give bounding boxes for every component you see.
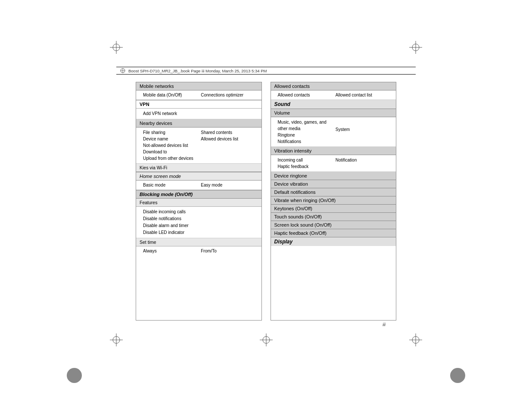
vibrate-ringing-header: Vibrate when ringing (On/Off) <box>271 196 396 205</box>
easy-mode: Easy mode <box>201 182 254 188</box>
ringtone: Ringtone <box>278 132 331 138</box>
corner-mark-tl <box>110 41 123 54</box>
vibration-col1: Incoming call Haptic feedback <box>278 157 331 170</box>
volume-header: Volume <box>271 109 396 117</box>
device-vibration-header: Device vibration <box>271 180 396 188</box>
nearby-col2: Shared contents Allowed devices list <box>201 129 254 162</box>
device-name: Device name <box>143 136 196 142</box>
basic-mode: Basic mode <box>143 182 196 188</box>
notification-item: Notification <box>336 157 389 163</box>
corner-mark-bc <box>260 333 273 346</box>
sound-header: Sound <box>271 100 396 109</box>
disable-alarm: Disable alarm and timer <box>143 222 255 229</box>
music-video: Music, video, games, and other media <box>278 119 331 132</box>
corner-mark-bl <box>110 333 123 346</box>
header-bar: Boost SPH-D710_MR2_JB_.book Page iii Mon… <box>116 67 416 75</box>
allowed-devices-list: Allowed devices list <box>201 136 254 142</box>
from-to-item: From/To <box>201 248 254 254</box>
disable-led: Disable LED indicator <box>143 229 255 236</box>
header-icon <box>120 68 126 74</box>
add-vpn-item: Add VPN network <box>136 109 261 119</box>
disable-incoming: Disable incoming calls <box>143 209 255 215</box>
disable-notifications: Disable notifications <box>143 215 255 222</box>
volume-items: Music, video, games, and other media Rin… <box>271 117 396 147</box>
device-ringtone-header: Device ringtone <box>271 172 396 180</box>
screen-lock-sound-header: Screen lock sound (On/Off) <box>271 221 396 229</box>
main-content: Mobile networks Mobile data (On/Off) Con… <box>136 82 396 321</box>
nearby-col1: File sharing Device name Not-allowed dev… <box>143 129 196 162</box>
incoming-call: Incoming call <box>278 157 331 163</box>
corner-mark-tr <box>409 41 422 54</box>
allowed-contacts-items: Allowed contacts Allowed contact list <box>271 90 396 100</box>
download-to: Download to <box>143 149 196 155</box>
volume-col2: System <box>336 119 389 145</box>
haptic-feedback-header: Haptic feedback (On/Off) <box>271 229 396 237</box>
features-header: Features <box>136 199 261 207</box>
allowed-contacts-header: Allowed contacts <box>271 82 396 90</box>
nearby-devices-items: File sharing Device name Not-allowed dev… <box>136 128 261 164</box>
header-text: Boost SPH-D710_MR2_JB_.book Page iii Mon… <box>128 68 267 73</box>
file-sharing: File sharing <box>143 129 196 136</box>
shared-contents: Shared contents <box>201 129 254 136</box>
vpn-header: VPN <box>136 100 261 109</box>
corner-mark-br <box>409 333 422 346</box>
upload-from: Upload from other devices <box>143 155 196 162</box>
bottom-circle-left <box>67 368 82 383</box>
left-column: Mobile networks Mobile data (On/Off) Con… <box>136 82 262 321</box>
volume-col1: Music, video, games, and other media Rin… <box>278 119 331 145</box>
mobile-data-item: Mobile data (On/Off) <box>143 92 196 98</box>
system-vol: System <box>336 126 389 133</box>
notifications: Notifications <box>278 138 331 145</box>
keytones-header: Keytones (On/Off) <box>271 205 396 213</box>
features-items: Disable incoming calls Disable notificat… <box>136 207 261 238</box>
connections-optimizer-item: Connections optimizer <box>201 92 254 98</box>
home-screen-header: Home screen mode <box>136 172 261 181</box>
kies-wifi-header: Kies via Wi-Fi <box>136 164 261 172</box>
bottom-circle-right <box>450 368 465 383</box>
set-time-items: Always From/To <box>136 246 261 255</box>
nearby-devices-header: Nearby devices <box>136 119 261 128</box>
haptic-feedback-item: Haptic feedback <box>278 163 331 170</box>
display-header: Display <box>271 237 396 246</box>
allowed-contact-list-item: Allowed contact list <box>336 92 389 98</box>
default-notifications-header: Default notifications <box>271 188 396 196</box>
right-column: Allowed contacts Allowed contacts Allowe… <box>271 82 397 321</box>
home-screen-items: Basic mode Easy mode <box>136 181 261 190</box>
set-time-header: Set time <box>136 238 261 246</box>
vibration-intensity-header: Vibration intensity <box>271 147 396 155</box>
mobile-networks-items: Mobile data (On/Off) Connections optimiz… <box>136 90 261 100</box>
allowed-contacts-item: Allowed contacts <box>278 92 331 98</box>
always-item: Always <box>143 248 196 254</box>
page-number: iii <box>383 322 386 327</box>
touch-sounds-header: Touch sounds (On/Off) <box>271 213 396 221</box>
mobile-networks-header: Mobile networks <box>136 82 261 90</box>
vibration-items: Incoming call Haptic feedback Notificati… <box>271 155 396 172</box>
blocking-mode-header: Blocking mode (On/Off) <box>136 190 261 199</box>
vibration-col2: Notification <box>336 157 389 170</box>
not-allowed-devices: Not-allowed devices list <box>143 142 196 149</box>
